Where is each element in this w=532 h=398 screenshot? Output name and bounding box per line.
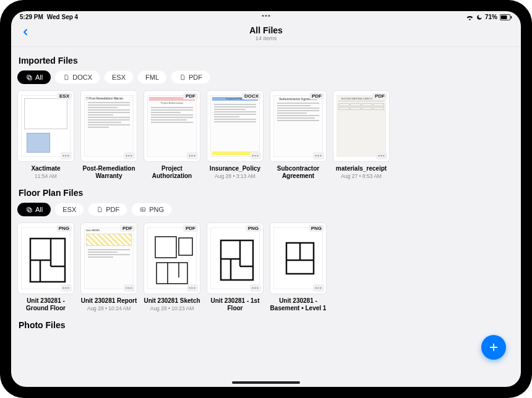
more-button[interactable]: ••• [376,152,387,159]
svg-rect-5 [27,207,30,211]
add-button[interactable] [481,335,506,360]
svg-point-8 [142,209,143,210]
file-card[interactable]: Project Authorization PDF ••• Project Au… [144,90,200,179]
filter-chip-pdf[interactable]: PDF [171,70,210,84]
filter-row-floorplans: All ESX PDF PNG [17,203,515,216]
home-indicator[interactable] [232,381,300,384]
svg-rect-4 [28,76,32,80]
section-title-imported: Imported Files [19,56,515,66]
file-card[interactable]: Insurance Policy DOCX ••• Insurance_Poli… [207,90,264,179]
more-button[interactable]: ••• [187,152,198,159]
file-card[interactable]: PDF ••• Unit 230281 Sketch Aug 28 • 10:2… [144,222,200,311]
file-card[interactable]: BUILDING MATERIAL DEMOLITION CO. PDF •••… [333,90,390,179]
doc-icon [179,74,186,81]
file-type-badge: PDF [309,93,324,100]
filter-label: FML [145,74,159,81]
filter-label: ESX [62,206,76,213]
file-type-badge: PNG [246,225,261,232]
filter-chip-fml[interactable]: FML [137,70,167,84]
svg-rect-15 [179,238,192,255]
file-card[interactable]: PNG ••• Unit 230281 - Basement • Level 1 [270,222,327,311]
filter-chip-png[interactable]: PNG [131,203,172,216]
file-card[interactable]: PNG ••• Unit 230281 - 1st Floor [207,222,264,311]
file-type-badge: PDF [183,225,198,232]
file-title: materials_receipt [333,165,390,172]
filter-label: DOCX [72,74,92,81]
file-title: Unit 230281 - Ground Floor [17,297,74,311]
file-title: Post-Remediation Warranty [80,165,137,179]
more-button[interactable]: ••• [124,284,135,292]
page-title: All Files [249,25,283,35]
file-card[interactable]: ESX ••• Xactimate 11:54 AM [17,90,74,179]
filter-label: ESX [112,74,126,81]
more-button[interactable]: ••• [313,152,324,159]
battery-icon [500,14,512,20]
file-card[interactable]: Unit 230281 PDF ••• Unit 230281 Report A… [80,222,137,311]
file-meta: Aug 28 • 10:23 AM [144,305,200,311]
file-card[interactable]: PNG ••• Unit 230281 - Ground Floor [17,222,74,311]
file-type-badge: PDF [372,93,387,100]
more-button[interactable]: ••• [61,284,72,292]
filter-chip-docx[interactable]: DOCX [54,70,100,84]
filter-chip-esx[interactable]: ESX [54,203,84,216]
file-type-badge: PNG [309,225,324,232]
more-button[interactable]: ••• [124,152,135,159]
battery-percentage: 71% [485,14,497,20]
filter-label: PDF [189,74,202,81]
doc-icon [96,206,103,213]
file-type-badge: PDF [183,93,198,100]
file-title: Subcontractor Agreement [270,165,327,179]
file-type-badge: DOCX [242,93,261,100]
filter-label: All [35,74,43,81]
file-title: Project Authorization [144,165,200,179]
file-title: Xactimate [17,165,74,172]
image-icon [139,206,147,213]
svg-rect-7 [141,208,146,211]
file-card[interactable]: ☐ Post-Remediation Warran ••• Post-Remed… [80,90,137,179]
more-button[interactable]: ••• [250,284,261,292]
file-title: Unit 230281 Report [80,297,137,305]
moon-icon [476,14,483,20]
section-title-photos: Photo Files [19,320,515,330]
filter-label: PDF [106,206,119,213]
page-subtitle: 14 items [249,35,283,41]
svg-rect-6 [28,208,32,212]
filter-chip-pdf[interactable]: PDF [88,203,127,216]
multitasking-dots[interactable] [262,15,270,17]
file-type-badge: PNG [56,225,72,232]
file-card[interactable]: Subcontractor Agreement PDF ••• Subcontr… [270,90,327,179]
file-title: Unit 230281 - 1st Floor [207,297,264,311]
status-date: Wed Sep 4 [47,14,78,20]
filter-chip-all[interactable]: All [17,203,51,216]
file-meta: Aug 27 • 8:53 AM [333,173,390,179]
filter-label: All [35,206,43,213]
more-button[interactable]: ••• [187,284,198,292]
file-title: Unit 230281 Sketch [144,297,200,305]
section-title-floorplans: Floor Plan Files [19,188,515,198]
stack-icon [25,206,33,213]
file-type-badge: PDF [120,225,135,232]
file-meta: 11:54 AM [17,173,74,179]
svg-rect-16 [157,263,187,284]
file-meta: Aug 28 • 10:24 AM [80,305,137,311]
doc-icon [62,74,70,81]
back-button[interactable] [17,24,33,40]
more-button[interactable]: ••• [61,152,72,159]
more-button[interactable]: ••• [313,284,324,292]
filter-chip-all[interactable]: All [17,70,51,84]
filter-row-imported: All DOCX ESX FML PDF [17,70,515,84]
svg-rect-3 [27,75,30,78]
more-button[interactable]: ••• [250,152,261,159]
stack-icon [25,74,33,81]
svg-rect-1 [501,15,507,19]
filter-chip-esx[interactable]: ESX [104,70,134,84]
status-time: 5:29 PM [20,14,43,20]
status-bar: 5:29 PM Wed Sep 4 71% [11,11,521,22]
svg-rect-19 [221,240,253,280]
svg-rect-2 [511,16,512,19]
file-type-badge: ESX [57,93,72,100]
file-row-imported[interactable]: ESX ••• Xactimate 11:54 AM ☐ Post-Remedi… [17,90,515,183]
content-scroll[interactable]: Imported Files All DOCX ESX FML [11,47,521,387]
file-row-floorplans[interactable]: PNG ••• Unit 230281 - Ground Floor Unit … [17,222,515,315]
wifi-icon [466,14,474,20]
